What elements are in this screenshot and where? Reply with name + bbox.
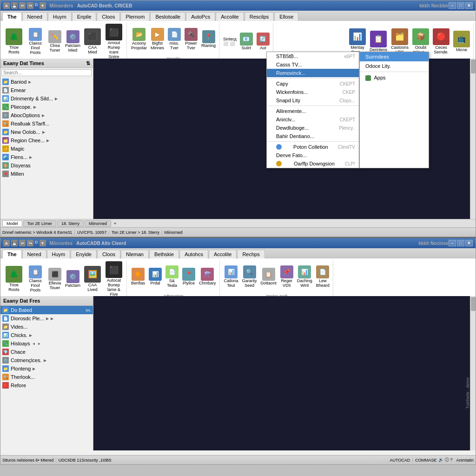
- ribbon-btn-patctam[interactable]: ⚙️ PatctamMied: [64, 29, 82, 54]
- ribbon-btn-catlona[interactable]: 📊 CatlonaTeut: [223, 264, 240, 289]
- ribbon-btn-micne[interactable]: 📺 Micne: [452, 30, 471, 53]
- ribbon-btn-plyilce[interactable]: 📍 Plyilce: [181, 267, 197, 287]
- tree-item-cotmen[interactable]: ⚙️ Cotmençlces. ▶: [0, 356, 93, 364]
- qa-undo[interactable]: ↩: [19, 2, 26, 9]
- ribbon-btn-arnout[interactable]: ⬛ Arnout RunepIcare Sniire: [103, 23, 125, 60]
- qa-undo-bottom[interactable]: ↩: [19, 240, 26, 246]
- tab-the-bottom[interactable]: The: [2, 250, 22, 258]
- ribbon-btn-dottaont[interactable]: 📋 Dottaont: [259, 267, 278, 287]
- ribbon-btn-aut[interactable]: 🔄 Aut: [255, 32, 271, 52]
- ribbon-btn-trioe[interactable]: 🌲 TrioeRoots: [4, 27, 24, 56]
- tree-item-disyeras[interactable]: 🎨 Disyeras: [0, 161, 93, 170]
- dd-alliremente[interactable]: Alliremente...: [267, 107, 359, 115]
- view-tab-layout2[interactable]: 18. Sterry: [57, 220, 84, 227]
- tab-the[interactable]: The: [2, 12, 22, 21]
- dd-poton[interactable]: Poton Colletion ClimilTV: [267, 143, 359, 151]
- tab-nered-bottom[interactable]: Nered: [22, 250, 46, 258]
- ribbon-btn-claess[interactable]: 📋 Claess FinolPoots: [25, 27, 46, 56]
- tree-item-realluak[interactable]: 🔍 Realluak STarfl...: [0, 119, 93, 128]
- tree-item-flens[interactable]: 🌊 Flens... ▶: [0, 153, 93, 161]
- dd-romovinck[interactable]: Romovinck...: [267, 69, 359, 77]
- ribbon-btn-chmbary[interactable]: ⚗️ Chmbary: [198, 267, 218, 287]
- view-tab-layout1[interactable]: Ton 2E Lirner: [23, 220, 57, 227]
- tree-item-chace[interactable]: 💎 Chace: [0, 348, 93, 356]
- dd-stb5tb[interactable]: STB5tB... κ6PT: [267, 52, 359, 60]
- sub-odoce[interactable]: Odoce Lity.: [360, 61, 429, 71]
- dd-casss[interactable]: Casss TV...: [267, 60, 359, 69]
- tab-huym[interactable]: Huym: [48, 12, 72, 21]
- ribbon-btn-claessfinol-bottom[interactable]: 📋 Claess FinolPools: [25, 264, 46, 294]
- tree-item-magic[interactable]: ✨ Magic: [0, 145, 93, 153]
- tab-nleman-bottom[interactable]: Nleman: [121, 250, 149, 258]
- ribbon-btn-patctam-bottom[interactable]: ⚙️ Patctam: [64, 269, 82, 289]
- close-btn-top[interactable]: ✕: [465, 2, 473, 9]
- ribbon-btn-caa[interactable]: ⬛ CAAMied: [83, 27, 102, 56]
- tab-autopcs[interactable]: AutoPcs: [186, 12, 215, 21]
- ribbon-btn-power[interactable]: 🔌 PowerTver: [183, 27, 199, 52]
- tab-bethskie-bottom[interactable]: Bethskie: [149, 250, 179, 258]
- sub-apps[interactable]: Apps: [360, 73, 429, 83]
- tab-enyide-bottom[interactable]: Enyide: [71, 250, 97, 258]
- tab-rescilps[interactable]: Rescilps: [245, 12, 274, 21]
- qa-save[interactable]: 💾: [11, 2, 18, 9]
- view-tab-model[interactable]: Model: [2, 220, 22, 227]
- ribbon-btn-regervds[interactable]: 📌 RegerVD5: [279, 264, 295, 289]
- tab-accolite[interactable]: Accolite: [216, 12, 244, 21]
- ribbon-btn-autocat-bottom[interactable]: ⬛ Autocat Buneplame & Five: [103, 260, 125, 298]
- qa-redo[interactable]: ↪: [27, 2, 33, 9]
- ribbon-btn-rtaning[interactable]: 📍 Rtaning: [200, 29, 217, 49]
- tree-item-millen[interactable]: 📌 Millen: [0, 170, 93, 178]
- tree-item-abocoptions[interactable]: ⚙️ AbocOptions ▶: [0, 111, 93, 119]
- tab-accolite-bottom[interactable]: Accolite: [209, 250, 237, 258]
- maximize-btn-top[interactable]: □: [457, 2, 464, 9]
- ribbon-btn-steala[interactable]: 📄 S&Teala: [164, 264, 180, 289]
- tree-item-vides[interactable]: 📁 Vides...: [0, 323, 93, 331]
- dd-oarffp[interactable]: Oarffp Downgsion CLP!: [267, 159, 359, 168]
- ribbon-btn-lewbheard[interactable]: 📄 LewBheard: [315, 264, 331, 289]
- ribbon-btn-trioe-bottom[interactable]: 🌲 TrioeRoots: [4, 265, 24, 293]
- tree-item-chicks[interactable]: 📊 Chicks. ▶: [0, 331, 93, 339]
- tree-item-hisloays[interactable]: 🔧 Hisloays ◄ ►: [0, 339, 93, 348]
- dd-dewdluboge[interactable]: Dewdluboge... Plency..: [267, 124, 359, 132]
- tree-item-drinmenty[interactable]: 📊 Drinmenty & Sild... ▶: [0, 94, 93, 103]
- tab-cloos[interactable]: Cloos: [97, 12, 120, 21]
- view-tab-miinxrned[interactable]: Miinxrned: [85, 220, 111, 227]
- tab-nened[interactable]: Nened: [22, 12, 47, 21]
- tab-cloos-bottom[interactable]: Cloos: [97, 250, 120, 258]
- close-btn-bottom[interactable]: ✕: [465, 240, 473, 246]
- ribbon-btn-derinlens[interactable]: 📋 Derinlens: [368, 30, 389, 53]
- ribbon-btn-caalived-bottom[interactable]: 🖼️ CAALived: [83, 265, 102, 293]
- maximize-btn-bottom[interactable]: □: [457, 240, 464, 246]
- ribbon-btn-ellevia-bottom[interactable]: ⬛ ElleviaTouer: [47, 267, 63, 291]
- search-input-top[interactable]: [1, 69, 92, 76]
- minimize-btn-bottom[interactable]: ─: [449, 240, 456, 246]
- dd-bahir[interactable]: Bahir Dentiano...: [267, 132, 359, 140]
- ribbon-btn-miss[interactable]: 📄 miss.Tver: [166, 27, 182, 52]
- sub-surrndees[interactable]: Surrndees: [360, 52, 429, 61]
- add-tab-btn[interactable]: +: [114, 221, 116, 226]
- drawing-area-bottom[interactable]: [93, 296, 476, 450]
- tree-item-baniod[interactable]: 📁 Baniod ▶: [0, 78, 93, 86]
- dd-snapd[interactable]: Snapd Lity Clops...: [267, 96, 359, 105]
- qa-extra-bottom[interactable]: ▼: [40, 240, 46, 246]
- ribbon-btn-clrea[interactable]: ✏️ ClreaTuner: [47, 29, 63, 54]
- ribbon-btn-ceces[interactable]: 🔴 CecesSernde.: [431, 27, 451, 56]
- tree-item-diorosdc[interactable]: 📄 Diorosdc Ple... ▶ ▶: [0, 314, 93, 323]
- panel-sort-top[interactable]: ⇅: [86, 60, 90, 66]
- ribbon-btn-prdal[interactable]: 📊 Prdal: [147, 267, 163, 287]
- tree-item-plonteng[interactable]: 📁 Plonteng ▶: [0, 364, 93, 373]
- scrollbar-thumb-top[interactable]: [471, 60, 476, 73]
- scrollbar-top[interactable]: [470, 59, 476, 219]
- tree-item-region[interactable]: 🗂️ Region Chee... ▶: [0, 136, 93, 145]
- qa-redo-bottom[interactable]: ↪: [27, 240, 33, 246]
- tree-item-dobated[interactable]: 📁 Do Bated S/L: [0, 306, 93, 314]
- tab-rechps-bottom[interactable]: Rechps: [237, 250, 264, 258]
- tree-item-newoolob[interactable]: 📁 New Oolob... ▶: [0, 128, 93, 136]
- ribbon-btn-suiirt[interactable]: 📧 Suiirt: [238, 32, 254, 52]
- scrollbar-bottom[interactable]: [470, 296, 476, 450]
- tree-item-emear[interactable]: 📄 Emear: [0, 86, 93, 94]
- tab-beslotoalle[interactable]: Beslotoalle: [150, 12, 185, 21]
- tab-plernom[interactable]: Plernom: [120, 12, 150, 21]
- dd-wickenfoins[interactable]: Wickenfoins... CKEP: [267, 88, 359, 96]
- ribbon-btn-acoony[interactable]: 📂 AcoonyPropolar: [130, 27, 148, 52]
